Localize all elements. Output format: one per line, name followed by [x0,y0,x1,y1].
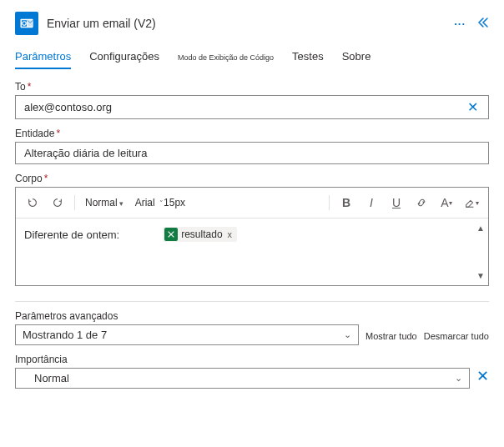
tab-parameters[interactable]: Parâmetros [15,50,71,69]
highlight-button[interactable]: ▾ [461,193,481,213]
outlook-icon [15,12,38,35]
chevron-down-icon: ⌄ [455,373,462,384]
font-color-button[interactable]: A▾ [436,193,456,213]
font-family-select[interactable]: Arial ˅15px [132,195,189,210]
to-input[interactable] [23,100,464,114]
token-remove-button[interactable]: x [228,229,233,239]
tab-bar: Parâmetros Configurações Modo de Exibiçã… [15,50,489,69]
entity-input[interactable] [23,146,481,160]
collapse-icon[interactable] [476,16,489,32]
italic-button[interactable]: I [361,193,381,213]
chevron-down-icon: ⌄ [344,329,351,340]
body-content[interactable]: Diferente de ontem: resultado x ▲ ▼ [16,218,488,285]
scroll-up-icon[interactable]: ▲ [476,224,485,233]
editor-toolbar: Normal▾ Arial ˅15px B I U A▾ ▾ [16,188,488,218]
tab-settings[interactable]: Configurações [89,50,159,68]
show-all-link[interactable]: Mostrar tudo [365,331,417,341]
advanced-params-label: Parâmetros avançados [15,310,359,322]
tab-about[interactable]: Sobre [342,50,371,68]
dynamic-token-resultado[interactable]: resultado x [163,227,237,242]
toolbar-separator [329,195,330,210]
to-input-row: ✕ [15,95,489,119]
body-label: Corpo* [15,173,489,184]
importance-select[interactable]: Normal ⌄ [15,368,470,389]
importance-label: Importância [15,354,470,365]
section-divider [15,301,489,302]
body-text: Diferente de ontem: [24,229,119,241]
to-clear-button[interactable]: ✕ [464,99,481,115]
redo-button[interactable] [48,193,68,213]
paragraph-style-select[interactable]: Normal▾ [82,195,127,210]
more-actions-button[interactable]: ··· [454,18,466,30]
tab-code-view[interactable]: Modo de Exibição de Código [178,53,274,67]
tab-tests[interactable]: Testes [292,50,324,68]
importance-clear-button[interactable]: ✕ [476,367,489,389]
excel-icon [164,228,178,241]
undo-button[interactable] [23,193,43,213]
clear-all-link[interactable]: Desmarcar tudo [424,331,489,341]
bold-button[interactable]: B [336,193,356,213]
link-button[interactable] [411,193,431,213]
underline-button[interactable]: U [386,193,406,213]
to-label: To* [15,81,489,93]
advanced-params-select[interactable]: Mostrando 1 de 7 ⌄ [15,324,359,345]
panel-title: Enviar um email (V2) [47,17,446,30]
entity-label: Entidade* [15,128,489,139]
scroll-down-icon[interactable]: ▼ [476,271,485,280]
body-editor: Normal▾ Arial ˅15px B I U A▾ ▾ Diferente… [15,187,489,286]
toolbar-separator [74,195,75,210]
entity-input-row [15,142,489,164]
panel-header: Enviar um email (V2) ··· [15,12,489,35]
